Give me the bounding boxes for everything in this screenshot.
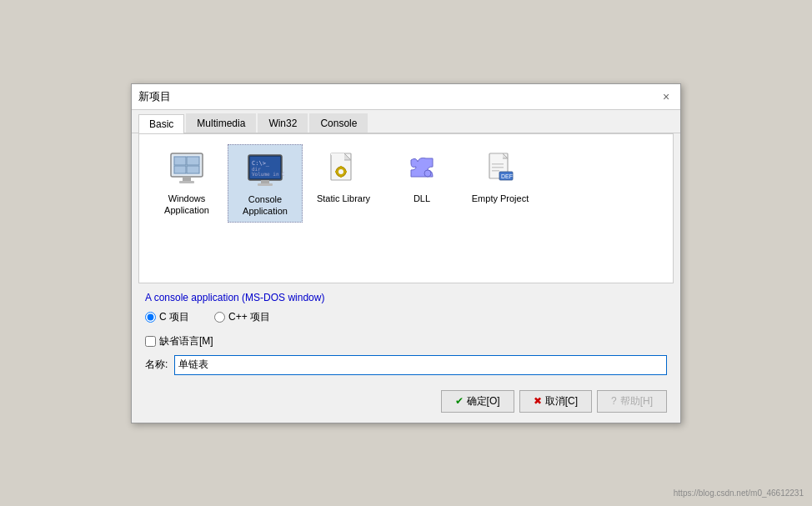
svg-rect-20: [340, 166, 342, 168]
project-name-input[interactable]: [174, 355, 667, 375]
ok-checkmark-icon: ✔: [455, 395, 464, 407]
svg-point-19: [338, 169, 343, 174]
minimal-language-checkbox[interactable]: [145, 336, 156, 347]
project-name-row: 名称:: [145, 355, 667, 375]
name-label: 名称:: [145, 358, 168, 372]
svg-rect-26: [492, 163, 504, 165]
project-description: A console application (MS-DOS window): [145, 292, 667, 303]
svg-rect-14: [258, 183, 273, 186]
empty-project-label: Empty Project: [472, 193, 529, 204]
svg-rect-13: [261, 180, 269, 183]
ok-button[interactable]: ✔ 确定[O]: [441, 390, 514, 413]
svg-point-24: [424, 170, 431, 177]
button-row: ✔ 确定[O] ✖ 取消[C] ? 帮助[H]: [132, 383, 680, 423]
cancel-x-icon: ✖: [534, 395, 542, 407]
svg-rect-22: [335, 171, 338, 173]
c-project-radio-input[interactable]: [145, 312, 156, 323]
static-library-label: Static Library: [317, 193, 370, 204]
help-button-label: 帮助[H]: [620, 394, 653, 408]
dll-icon: [402, 149, 442, 189]
project-item-console[interactable]: C:\>_ dir Volume in C ConsoleApplication: [228, 144, 303, 223]
close-button[interactable]: ×: [659, 89, 674, 104]
c-project-label: C 项目: [159, 310, 189, 324]
svg-rect-27: [492, 167, 504, 168]
console-application-icon: C:\>_ dir Volume in C: [245, 150, 285, 190]
svg-rect-7: [187, 166, 199, 173]
project-item-static-library[interactable]: Static Library: [306, 144, 381, 223]
empty-project-icon: DEF: [480, 149, 520, 189]
tab-console[interactable]: Console: [309, 113, 368, 133]
svg-text:DEF: DEF: [501, 173, 513, 179]
project-language-options: C 项目: [145, 310, 189, 324]
minimal-language-row: 缺省语言[M]: [145, 334, 667, 348]
svg-rect-4: [174, 157, 186, 165]
new-project-dialog: 新项目 × Basic Multimedia Win32 Console: [131, 83, 681, 423]
minimal-language-label: 缺省语言[M]: [159, 334, 213, 348]
title-bar: 新项目 ×: [132, 84, 680, 110]
cpp-project-label: C++ 项目: [228, 310, 270, 324]
tab-basic[interactable]: Basic: [138, 114, 184, 133]
ok-button-label: 确定[O]: [467, 394, 500, 408]
windows-application-label: WindowsApplication: [164, 193, 209, 217]
cpp-project-radio-input[interactable]: [214, 312, 225, 323]
static-library-icon: [323, 149, 363, 189]
console-application-label: ConsoleApplication: [243, 193, 288, 218]
svg-rect-6: [174, 166, 186, 173]
bottom-section: A console application (MS-DOS window) C …: [132, 283, 680, 375]
tab-multimedia[interactable]: Multimedia: [186, 113, 256, 133]
watermark: https://blog.csdn.net/m0_46612231: [674, 488, 804, 498]
dll-label: DLL: [414, 193, 430, 204]
help-icon: ?: [611, 395, 617, 407]
c-project-radio[interactable]: C 项目: [145, 310, 189, 324]
minimal-language-checkbox-label[interactable]: 缺省语言[M]: [145, 334, 213, 348]
svg-rect-23: [344, 171, 347, 173]
svg-rect-5: [187, 157, 199, 165]
project-item-empty[interactable]: DEF Empty Project: [463, 144, 538, 223]
svg-text:Volume in C: Volume in C: [252, 171, 284, 177]
cpp-project-option: C++ 项目: [214, 310, 270, 324]
tab-win32[interactable]: Win32: [258, 113, 308, 133]
svg-rect-28: [492, 170, 499, 172]
dialog-title: 新项目: [138, 89, 171, 104]
svg-rect-16: [331, 153, 344, 155]
svg-rect-3: [179, 181, 194, 183]
cancel-button[interactable]: ✖ 取消[C]: [519, 390, 592, 413]
project-item-windows[interactable]: WindowsApplication: [149, 144, 224, 223]
project-type-panel: WindowsApplication C:\>_ dir Volume in C…: [138, 133, 674, 283]
svg-rect-2: [183, 177, 191, 181]
help-button[interactable]: ? 帮助[H]: [597, 390, 667, 413]
svg-rect-21: [340, 175, 342, 178]
tabs-bar: Basic Multimedia Win32 Console: [132, 110, 680, 133]
project-item-dll[interactable]: DLL: [384, 144, 459, 223]
cpp-project-radio[interactable]: C++ 项目: [214, 310, 270, 324]
cancel-button-label: 取消[C]: [545, 394, 578, 408]
windows-application-icon: [167, 149, 207, 189]
